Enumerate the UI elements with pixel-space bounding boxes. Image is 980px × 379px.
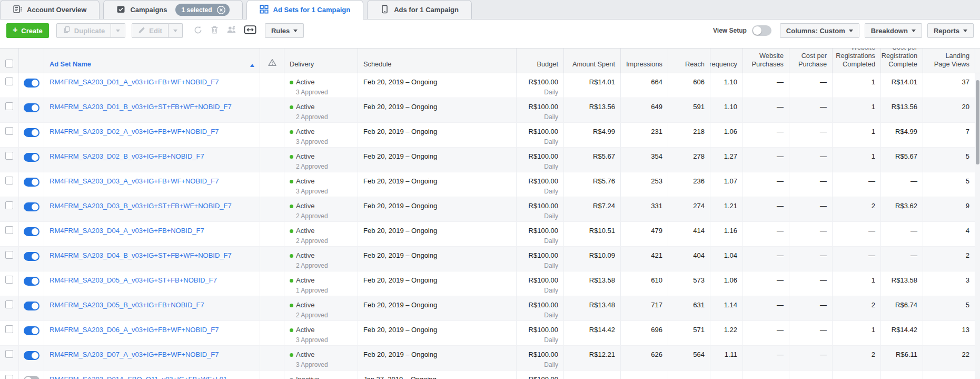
row-checkbox[interactable] bbox=[5, 251, 13, 259]
tab-account-overview[interactable]: Account Overview bbox=[0, 0, 100, 19]
vertical-scrollbar[interactable] bbox=[975, 73, 980, 379]
row-toggle[interactable] bbox=[24, 103, 39, 112]
delivery-status: Active bbox=[296, 202, 314, 210]
row-toggle[interactable] bbox=[24, 302, 39, 310]
row-toggle[interactable] bbox=[24, 227, 39, 236]
column-header-frequency[interactable]: Frequency bbox=[710, 48, 743, 73]
column-header-website-registrations-completed[interactable]: Website Registrations Completed bbox=[833, 48, 881, 73]
rules-button[interactable]: Rules bbox=[265, 23, 304, 38]
delivery-cell: Active 2 Approved bbox=[284, 222, 358, 246]
ad-set-name-link[interactable]: RM4FRM_SA203_D01A_FBO_O11_v03+IG+FB+WF+L… bbox=[50, 375, 227, 379]
ad-set-name-link[interactable]: RM4FRM_SA203_D05_B_v03+IG+FB+NOBID_F7 bbox=[50, 301, 204, 309]
scrollbar-thumb[interactable] bbox=[976, 80, 979, 164]
column-header-ad-set-name[interactable]: Ad Set Name bbox=[44, 48, 260, 73]
impressions-cell: 649 bbox=[621, 98, 668, 122]
row-toggle[interactable] bbox=[24, 376, 39, 379]
row-checkbox-cell bbox=[0, 222, 19, 246]
reports-button[interactable]: Reports bbox=[927, 23, 974, 38]
breakdown-button[interactable]: Breakdown bbox=[865, 23, 922, 38]
reports-label: Reports bbox=[934, 27, 959, 35]
ad-set-name-link[interactable]: RM4FRM_SA203_D04_B_v03+IG+ST+FB+WF+NOBID… bbox=[50, 251, 232, 259]
delivery-status-dot bbox=[290, 229, 293, 233]
ad-set-name-link[interactable]: RM4FRM_SA203_D01_A_v03+IG+FB+WF+NOBID_F7 bbox=[50, 78, 219, 86]
duplicate-button[interactable]: Duplicate bbox=[56, 23, 112, 38]
ad-set-name-link[interactable]: RM4FRM_SA203_D03_B_v03+IG+ST+FB+WF+NOBID… bbox=[50, 202, 232, 210]
tab-bar: Account Overview Campaigns 1 selected Ad… bbox=[0, 0, 980, 20]
select-all-checkbox[interactable] bbox=[5, 60, 13, 67]
ad-set-name-link[interactable]: RM4FRM_SA203_D05_A_v03+IG+ST+FB+NOBID_F7 bbox=[50, 276, 217, 284]
column-header-budget[interactable]: Budget bbox=[517, 48, 564, 73]
reach-cell: 404 bbox=[668, 247, 710, 271]
tab-ad-sets[interactable]: Ad Sets for 1 Campaign bbox=[246, 0, 364, 19]
registrations-completed-cell: — bbox=[833, 247, 881, 271]
frequency-cell: 1.10 bbox=[710, 73, 743, 98]
delivery-status: Active bbox=[296, 276, 314, 284]
budget-cell: R$100.00 Daily bbox=[517, 172, 564, 197]
row-checkbox[interactable] bbox=[5, 325, 13, 333]
ad-set-name-link[interactable]: RM4FRM_SA203_D02_B_v03+IG+FB+NOBID_F7 bbox=[50, 152, 204, 160]
amount-spent-cell: R$5.67 bbox=[564, 148, 621, 172]
column-header-impressions[interactable]: Impressions bbox=[621, 48, 668, 73]
row-toggle[interactable] bbox=[24, 202, 39, 211]
view-setup-toggle[interactable] bbox=[752, 25, 771, 36]
row-checkbox[interactable] bbox=[5, 276, 13, 284]
row-checkbox[interactable] bbox=[5, 127, 13, 135]
row-checkbox[interactable] bbox=[5, 77, 13, 85]
ad-set-name-cell: RM4FRM_SA203_D01_A_v03+IG+FB+WF+NOBID_F7 bbox=[44, 73, 260, 98]
row-toggle[interactable] bbox=[24, 79, 39, 88]
tab-campaigns[interactable]: Campaigns 1 selected bbox=[103, 0, 242, 19]
tab-ads[interactable]: Ads for 1 Campaign bbox=[367, 0, 472, 19]
row-checkbox[interactable] bbox=[5, 102, 13, 110]
create-button[interactable]: + Create bbox=[6, 23, 49, 38]
column-header-amount-spent[interactable]: Amount Spent bbox=[564, 48, 621, 73]
row-checkbox[interactable] bbox=[5, 226, 13, 234]
column-header-schedule[interactable]: Schedule bbox=[358, 48, 517, 73]
selected-count-badge: 1 selected bbox=[175, 4, 230, 16]
row-checkbox[interactable] bbox=[5, 152, 13, 160]
close-circle-icon[interactable] bbox=[216, 5, 226, 15]
columns-button[interactable]: Columns: Custom bbox=[780, 23, 859, 38]
ad-set-name-link[interactable]: RM4FRM_SA203_D06_A_v03+IG+FB+WF+NOBID_F7 bbox=[50, 326, 219, 334]
ad-set-name-link[interactable]: RM4FRM_SA203_D02_A_v03+IG+FB+WF+NOBID_F7 bbox=[50, 128, 219, 135]
website-purchases-cell: — bbox=[743, 123, 789, 147]
amount-spent-cell bbox=[564, 371, 621, 379]
ad-set-name-link[interactable]: RM4FRM_SA203_D04_A_v03+IG+FB+NOBID_F7 bbox=[50, 227, 204, 235]
row-toggle[interactable] bbox=[24, 128, 39, 137]
delivery-status: Active bbox=[296, 227, 314, 235]
column-header-delivery[interactable]: Delivery bbox=[284, 48, 358, 73]
row-toggle[interactable] bbox=[24, 153, 39, 162]
row-toggle[interactable] bbox=[24, 326, 39, 335]
row-checkbox[interactable] bbox=[5, 177, 13, 184]
refresh-button[interactable] bbox=[193, 25, 203, 36]
add-people-button[interactable] bbox=[226, 25, 236, 36]
duplicate-dropdown-button[interactable] bbox=[111, 23, 125, 38]
column-header-website-purchases[interactable]: Website Purchases bbox=[743, 48, 789, 73]
column-header-reach[interactable]: Reach bbox=[668, 48, 710, 73]
row-checkbox[interactable] bbox=[5, 350, 13, 358]
delivery-status-dot bbox=[290, 105, 293, 109]
ad-set-name-link[interactable]: RM4FRM_SA203_D01_B_v03+IG+ST+FB+WF+NOBID… bbox=[50, 103, 232, 111]
row-checkbox[interactable] bbox=[5, 375, 13, 379]
landing-page-views-cell: 3 bbox=[923, 271, 975, 296]
edit-button[interactable]: Edit bbox=[132, 23, 169, 38]
column-header-landing-page-views[interactable]: Landing Page Views bbox=[923, 48, 975, 73]
registrations-completed-cell: 1 bbox=[833, 271, 881, 296]
delivery-status: Active bbox=[296, 152, 314, 160]
ab-test-button[interactable] bbox=[244, 25, 256, 36]
row-checkbox[interactable] bbox=[5, 201, 13, 209]
row-checkbox[interactable] bbox=[5, 300, 13, 308]
row-toggle[interactable] bbox=[24, 277, 39, 286]
ad-set-name-link[interactable]: RM4FRM_SA203_D03_A_v03+IG+FB+WF+NOBID_F7 bbox=[50, 177, 219, 185]
row-toggle[interactable] bbox=[24, 351, 39, 360]
table-row: RM4FRM_SA203_D01_B_v03+IG+ST+FB+WF+NOBID… bbox=[0, 98, 980, 123]
column-header-errors[interactable] bbox=[260, 48, 284, 73]
ad-set-name-link[interactable]: RM4FRM_SA203_D07_A_v03+IG+FB+WF+NOBID_F7 bbox=[50, 351, 219, 358]
delete-button[interactable] bbox=[210, 25, 219, 36]
column-header-cost-per-purchase[interactable]: Cost per Purchase bbox=[789, 48, 833, 73]
row-toggle[interactable] bbox=[24, 252, 39, 261]
impressions-cell: 717 bbox=[621, 296, 668, 320]
edit-dropdown-button[interactable] bbox=[169, 23, 183, 38]
delivery-status-dot bbox=[290, 328, 293, 332]
column-header-cost-per-registration-complete[interactable]: Cost per Registration Complete bbox=[881, 48, 923, 73]
row-toggle[interactable] bbox=[24, 178, 39, 187]
